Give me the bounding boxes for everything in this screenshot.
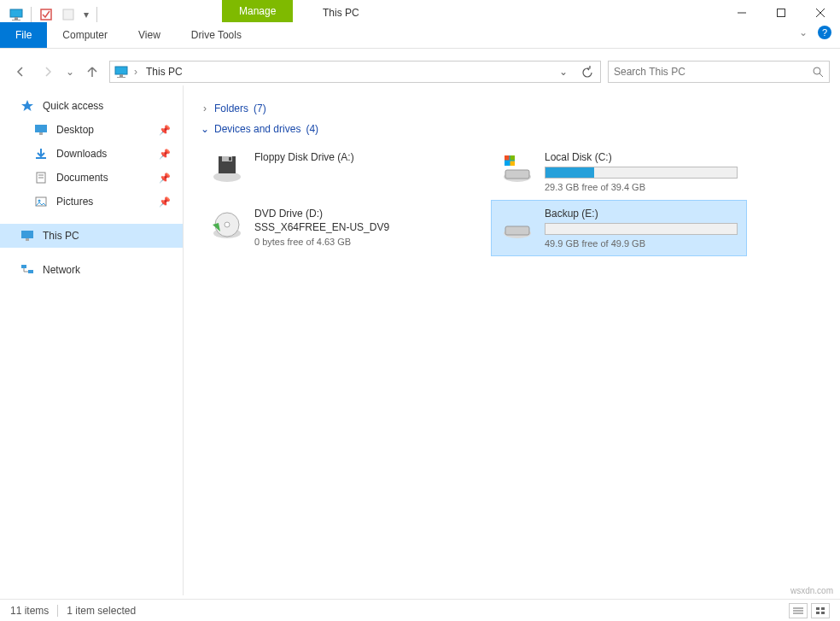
manage-tab[interactable]: Manage [222,0,293,22]
drive-local-c[interactable]: Local Disk (C:) 29.3 GB free of 39.4 GB [491,144,747,200]
svg-rect-48 [821,612,825,614]
maximize-button[interactable] [761,0,801,26]
breadcrumb-chevron-icon[interactable]: › [134,66,137,78]
forward-button[interactable] [38,62,58,82]
svg-rect-47 [816,612,820,614]
svg-rect-0 [10,9,22,17]
documents-icon [34,171,48,185]
window-controls [722,0,840,26]
new-folder-icon[interactable] [59,5,78,24]
search-icon[interactable] [812,66,824,78]
pictures-icon [34,195,48,208]
view-large-button[interactable] [811,603,830,618]
address-dropdown-icon[interactable]: ⌄ [554,62,573,81]
ribbon-expand-icon[interactable]: ⌄ [799,26,808,38]
chevron-right-icon: › [201,103,209,114]
title-bar: ▾ Manage This PC File Computer View Driv… [0,0,840,48]
sidebar-item-downloads[interactable]: Downloads 📌 [0,142,183,166]
sidebar-item-desktop[interactable]: Desktop 📌 [0,118,183,142]
close-button[interactable] [801,0,840,26]
tab-file[interactable]: File [0,22,47,48]
search-input[interactable] [614,66,812,78]
refresh-button[interactable] [578,62,597,81]
svg-rect-15 [39,132,43,135]
svg-rect-46 [821,607,825,610]
svg-rect-36 [510,161,516,167]
svg-rect-35 [505,161,510,167]
drive-backup-e[interactable]: Backup (E:) 49.9 GB free of 49.9 GB [491,200,747,256]
sidebar-item-label: This PC [43,230,79,242]
drive-bar-fill [545,167,594,178]
svg-rect-1 [15,17,18,20]
svg-point-39 [225,222,230,227]
svg-rect-2 [12,20,20,21]
recent-dropdown-icon[interactable]: ⌄ [65,62,75,82]
qat-dropdown-icon[interactable]: ▾ [81,5,91,24]
address-bar[interactable]: › This PC ⌄ [109,61,601,83]
drive-free: 0 bytes free of 4.63 GB [254,237,447,247]
section-label: Devices and drives [214,123,300,135]
svg-line-13 [820,73,823,77]
tab-view[interactable]: View [123,22,176,48]
svg-rect-22 [21,231,33,238]
network-icon [20,263,34,277]
sidebar-item-pictures[interactable]: Pictures 📌 [0,190,183,214]
svg-rect-33 [505,155,510,161]
drive-floppy-a[interactable]: Floppy Disk Drive (A:) [201,144,457,200]
svg-rect-16 [36,157,46,159]
section-folders[interactable]: › Folders (7) [201,103,823,114]
chevron-down-icon: ⌄ [201,123,209,135]
drive-name: DVD Drive (D:) [254,208,447,220]
sidebar-item-label: Desktop [56,124,94,136]
window-title: This PC [323,7,359,19]
breadcrumb[interactable]: This PC [143,66,549,78]
minimize-button[interactable] [722,0,761,26]
section-drives[interactable]: ⌄ Devices and drives (4) [201,123,823,135]
watermark: wsxdn.com [790,586,833,595]
svg-rect-29 [229,157,231,161]
ribbon-divider [0,48,840,49]
drive-bar [545,167,738,179]
local-disk-icon [500,208,534,242]
status-bar: 11 items 1 item selected [0,599,840,621]
svg-rect-34 [510,155,516,161]
properties-icon[interactable] [37,5,55,24]
drive-free: 29.3 GB free of 39.4 GB [545,182,738,192]
sidebar-item-documents[interactable]: Documents 📌 [0,166,183,190]
back-button[interactable] [10,62,31,82]
drive-name: Floppy Disk Drive (A:) [254,151,447,163]
svg-point-12 [814,67,820,74]
sidebar: Quick access Desktop 📌 Downloads 📌 Docum… [0,85,184,595]
content-pane: › Folders (7) ⌄ Devices and drives (4) F… [184,85,840,595]
sidebar-this-pc[interactable]: This PC [0,224,183,248]
sidebar-quick-access[interactable]: Quick access [0,94,183,118]
svg-rect-3 [41,9,51,20]
explorer-icon[interactable] [7,5,26,24]
view-toggles [789,603,830,618]
svg-rect-11 [117,77,125,78]
section-count: (7) [254,103,266,114]
status-count: 11 items [10,605,49,617]
tab-drive-tools[interactable]: Drive Tools [176,22,257,48]
sidebar-item-label: Downloads [56,148,107,160]
search-bar[interactable] [608,61,830,83]
svg-rect-25 [28,270,33,273]
help-icon[interactable]: ? [818,26,831,39]
svg-rect-4 [63,9,73,20]
sidebar-item-label: Pictures [56,196,93,208]
pin-icon: 📌 [159,173,171,184]
svg-rect-41 [505,226,529,235]
drive-name: Backup (E:) [545,208,738,220]
drive-dvd-d[interactable]: DVD Drive (D:) SSS_X64FREE_EN-US_DV9 0 b… [201,200,457,256]
pin-icon: 📌 [159,196,171,208]
up-button[interactable] [82,62,102,82]
svg-rect-6 [778,9,785,17]
view-details-button[interactable] [789,603,808,618]
tab-computer[interactable]: Computer [47,22,123,48]
section-label: Folders [214,103,248,114]
sidebar-item-label: Documents [56,172,108,184]
drive-sub: SSS_X64FREE_EN-US_DV9 [254,221,447,233]
sidebar-network[interactable]: Network [0,258,183,282]
desktop-icon [34,123,48,137]
floppy-icon [210,151,244,185]
